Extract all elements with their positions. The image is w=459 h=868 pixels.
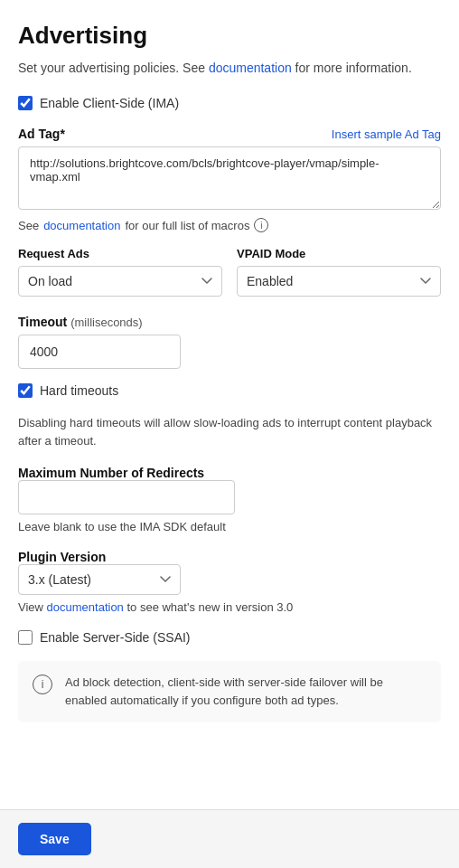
save-button[interactable]: Save (18, 823, 91, 855)
vpaid-mode-label: VPAID Mode (237, 247, 441, 260)
save-bar: Save (0, 809, 459, 868)
enable-ssai-label: Enable Server-Side (SSAI) (40, 630, 191, 645)
plugin-version-select-wrap: 3.x (Latest) 2.x 1.x (18, 564, 181, 595)
max-redirects-note: Leave blank to use the IMA SDK default (18, 520, 441, 533)
enable-ssai-row: Enable Server-Side (SSAI) (18, 630, 441, 645)
request-vpaid-row: Request Ads On load On play On demand VP… (18, 247, 441, 297)
vpaid-mode-select[interactable]: Enabled Disabled Insecure (237, 266, 441, 297)
enable-client-side-label: Enable Client-Side (IMA) (40, 96, 179, 110)
hard-timeouts-note: Disabling hard timeouts will allow slow-… (18, 414, 441, 449)
ad-tag-group: Ad Tag* Insert sample Ad Tag http://solu… (18, 127, 441, 232)
info-box-text: Ad block detection, client-side with ser… (65, 674, 426, 710)
ad-tag-label: Ad Tag* (18, 127, 65, 141)
enable-client-side-row: Enable Client-Side (IMA) (18, 96, 441, 110)
timeout-label: Timeout(milliseconds) (18, 315, 441, 329)
info-box-icon: i (33, 675, 52, 694)
timeout-group: Timeout(milliseconds) (18, 315, 441, 369)
page-subtitle: Set your advertising policies. See docum… (18, 59, 441, 78)
max-redirects-input[interactable] (18, 480, 235, 514)
page-title: Advertising (18, 22, 441, 50)
timeout-input[interactable] (18, 335, 181, 369)
plugin-version-note: View documentation to see what's new in … (18, 600, 441, 614)
vpaid-mode-group: VPAID Mode Enabled Disabled Insecure (237, 247, 441, 297)
plugin-version-group: Plugin Version 3.x (Latest) 2.x 1.x View… (18, 550, 441, 614)
ad-tag-header: Ad Tag* Insert sample Ad Tag (18, 127, 441, 141)
request-ads-select[interactable]: On load On play On demand (18, 266, 222, 297)
info-box: i Ad block detection, client-side with s… (18, 661, 441, 722)
insert-sample-ad-tag-link[interactable]: Insert sample Ad Tag (332, 127, 441, 141)
macro-note: See documentation for our full list of m… (18, 218, 441, 232)
enable-ssai-checkbox[interactable] (18, 630, 33, 645)
hard-timeouts-checkbox[interactable] (18, 383, 33, 398)
macros-info-icon: i (254, 218, 268, 232)
hard-timeouts-row: Hard timeouts (18, 383, 441, 398)
plugin-version-doc-link[interactable]: documentation (47, 600, 124, 614)
max-redirects-label: Maximum Number of Redirects (18, 466, 441, 480)
macro-doc-link[interactable]: documentation (43, 219, 120, 232)
hard-timeouts-group: Hard timeouts Disabling hard timeouts wi… (18, 383, 441, 449)
subtitle-doc-link[interactable]: documentation (209, 61, 292, 75)
max-redirects-group: Maximum Number of Redirects Leave blank … (18, 466, 441, 533)
request-ads-label: Request Ads (18, 247, 222, 260)
request-ads-group: Request Ads On load On play On demand (18, 247, 222, 297)
plugin-version-label: Plugin Version (18, 550, 441, 564)
ad-tag-input[interactable]: http://solutions.brightcove.com/bcls/bri… (18, 146, 441, 210)
enable-client-side-checkbox[interactable] (18, 96, 33, 110)
hard-timeouts-label: Hard timeouts (40, 383, 118, 398)
plugin-version-select[interactable]: 3.x (Latest) 2.x 1.x (18, 564, 181, 595)
